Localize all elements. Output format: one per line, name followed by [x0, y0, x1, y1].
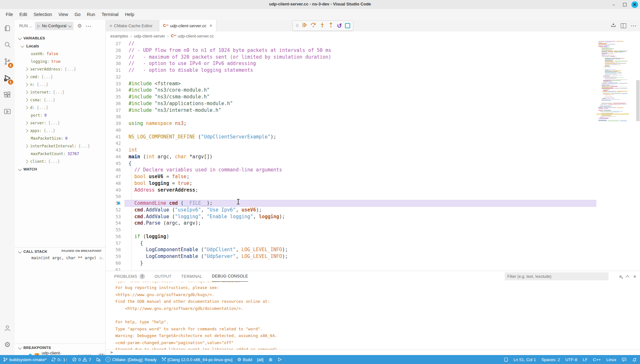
code-line[interactable]: 57 {: [106, 240, 640, 247]
explorer-icon[interactable]: [0, 20, 15, 37]
step-over-button[interactable]: [310, 22, 316, 29]
code-line[interactable]: 28// - UDP flow from n0 to n1 of 1024 by…: [106, 47, 640, 54]
code-line[interactable]: 60 }: [106, 260, 640, 267]
line-number[interactable]: 48: [106, 180, 121, 187]
notifications-bell-icon[interactable]: [632, 357, 637, 362]
line-number[interactable]: 28: [106, 47, 121, 54]
code-line[interactable]: 36#include "ns3/applications-module.h": [106, 100, 640, 107]
code-line[interactable]: 40: [106, 127, 640, 134]
source-control-icon[interactable]: 6: [0, 53, 15, 70]
line-number[interactable]: 44: [106, 153, 121, 160]
maximize-button[interactable]: [621, 1, 628, 8]
variable-row[interactable]: maxPacketCount:32767: [15, 150, 105, 158]
restart-button[interactable]: ↺: [337, 23, 342, 29]
breadcrumb-file[interactable]: udp-client-server.cc: [178, 34, 214, 38]
close-tab-icon[interactable]: ×: [210, 23, 212, 28]
menu-edit[interactable]: Edit: [16, 12, 30, 17]
line-number[interactable]: 45: [106, 160, 121, 167]
line-number[interactable]: 49: [106, 187, 121, 194]
continue-button[interactable]: [302, 22, 307, 29]
debug-configuration-dropdown[interactable]: ▷ No Configural: [35, 22, 73, 30]
variable-row[interactable]: d:{...}: [15, 104, 105, 112]
line-number[interactable]: 27: [106, 40, 121, 47]
tab-problems[interactable]: PROBLEMS 7: [114, 271, 145, 282]
cmake-panel-icon[interactable]: [0, 103, 15, 120]
split-editor-icon[interactable]: [621, 23, 626, 28]
code-line[interactable]: 52 cmd.AddValue ("useIpv6", "Use Ipv6", …: [106, 207, 640, 213]
line-number[interactable]: 56: [106, 233, 121, 240]
line-number[interactable]: 42: [106, 140, 121, 147]
console-filter-input[interactable]: [505, 272, 609, 280]
line-number[interactable]: 34: [106, 87, 121, 94]
run-debug-icon[interactable]: 1: [0, 70, 15, 87]
menu-go[interactable]: Go: [71, 12, 84, 17]
code-line[interactable]: 46 // Declare variables used in command-…: [106, 167, 640, 173]
variable-row[interactable]: serverAddress:{...}: [15, 65, 105, 73]
line-number[interactable]: 50: [106, 193, 121, 200]
tab-cmake-cache-editor[interactable]: ≡ CMake Cache Editor: [106, 20, 159, 31]
variable-row[interactable]: csma:{...}: [15, 96, 105, 104]
clear-console-icon[interactable]: ≡×: [619, 274, 622, 279]
stop-button[interactable]: [345, 23, 350, 28]
line-number[interactable]: 59: [106, 253, 121, 260]
breadcrumb-folder[interactable]: udp-client-server: [134, 34, 165, 38]
variable-row[interactable]: apps:{...}: [15, 127, 105, 135]
line-number[interactable]: 40: [106, 127, 121, 134]
variable-row[interactable]: cmd:{...}: [15, 73, 105, 81]
desktop-download-icon[interactable]: [611, 22, 616, 29]
variable-row[interactable]: internet:{...}: [15, 88, 105, 96]
line-number[interactable]: 29: [106, 54, 121, 61]
line-number[interactable]: 30: [106, 60, 121, 67]
code-line[interactable]: 56 if (logging): [106, 233, 640, 240]
debug-console-output[interactable]: Type "show configuration" for configurat…: [106, 282, 640, 350]
settings-gear-icon[interactable]: ⚙: [0, 336, 15, 353]
code-line[interactable]: 58 LogComponentEnable ("UdpClient", LOG_…: [106, 246, 640, 253]
variables-scope-locals[interactable]: Locals: [15, 42, 105, 50]
code-line[interactable]: 39using namespace ns3;: [106, 120, 640, 127]
close-button[interactable]: ✕: [631, 1, 638, 8]
code-editor[interactable]: 27//28// - UDP flow from n0 to n1 of 102…: [106, 40, 640, 271]
line-number[interactable]: 35: [106, 94, 121, 100]
code-line[interactable]: 33#include <fstream>: [106, 80, 640, 87]
line-number[interactable]: 52: [106, 207, 121, 213]
console-prompt[interactable]: >: [106, 350, 640, 355]
toolbar-drag-grip[interactable]: ⠿: [296, 23, 299, 28]
line-number[interactable]: 47: [106, 173, 121, 180]
cmake-status-item[interactable]: i CMake: [Debug]: Ready: [105, 357, 157, 362]
account-icon[interactable]: [0, 320, 15, 336]
line-number[interactable]: 57: [106, 240, 121, 247]
menu-run[interactable]: Run: [84, 12, 98, 17]
build-target-item[interactable]: [all]: [257, 357, 263, 362]
code-line[interactable]: 35#include "ns3/csma-module.h": [106, 94, 640, 100]
call-stack-frame[interactable]: main(int argc, char ** argv) u.: [15, 254, 105, 262]
debug-target-icon[interactable]: [268, 357, 273, 362]
editor-more-actions-icon[interactable]: ···: [631, 23, 637, 29]
variables-section-header[interactable]: VARIABLES: [15, 35, 105, 42]
line-number[interactable]: 37: [106, 107, 121, 114]
indentation-item[interactable]: Spaces: 2: [542, 357, 560, 362]
views-more-icon[interactable]: ···: [86, 23, 91, 29]
tab-debug-console[interactable]: DEBUG CONSOLE: [212, 271, 248, 282]
editor-scrollbar[interactable]: [636, 80, 640, 121]
minimap[interactable]: [598, 40, 627, 271]
variable-row[interactable]: logging:true: [15, 58, 105, 65]
line-number[interactable]: 36: [106, 100, 121, 107]
tab-udp-client-server[interactable]: C++ udp-client-server.cc ×: [159, 20, 216, 31]
code-line[interactable]: 27//: [106, 40, 640, 47]
breakpoints-section-header[interactable]: BREAKPOINTS: [15, 344, 105, 351]
line-number[interactable]: 39: [106, 120, 121, 127]
code-line[interactable]: 42: [106, 140, 640, 147]
code-line[interactable]: 37#include "ns3/internet-module.h": [106, 107, 640, 114]
search-icon[interactable]: [0, 37, 15, 53]
step-out-button[interactable]: [328, 22, 334, 29]
line-number[interactable]: 55: [106, 227, 121, 233]
line-number[interactable]: 33: [106, 80, 121, 87]
code-line[interactable]: 51 CommandLine cmd (__FILE__);: [106, 200, 640, 207]
tab-terminal[interactable]: TERMINAL: [181, 271, 202, 282]
cmake-kit-item[interactable]: [Clang 12.0.0 x86_64-pc-linux-gnu]: [162, 357, 232, 362]
remote-indicator-icon[interactable]: [504, 357, 508, 362]
configure-gear-icon[interactable]: ⚙: [77, 23, 82, 29]
code-line[interactable]: 59 LogComponentEnable ("UdpServer", LOG_…: [106, 253, 640, 260]
code-line[interactable]: 45{: [106, 160, 640, 167]
git-branch-item[interactable]: buildsystem-cmake*: [3, 357, 46, 362]
